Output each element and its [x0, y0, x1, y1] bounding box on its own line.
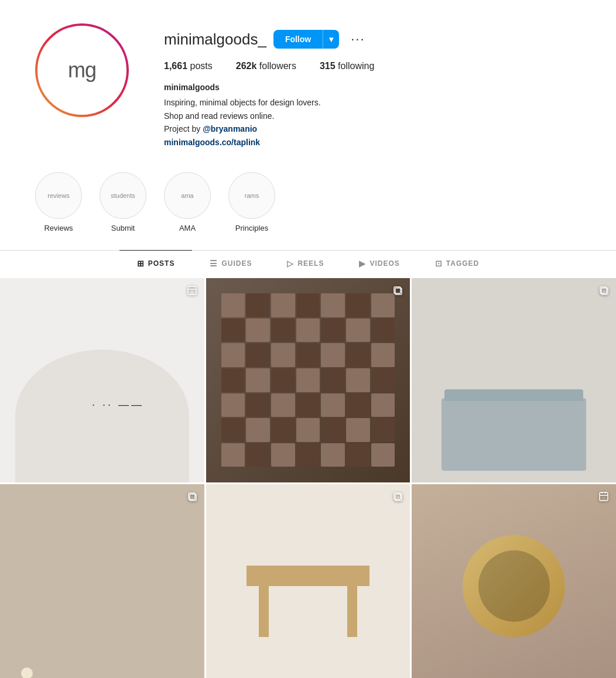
highlight-reviews[interactable]: reviews Reviews	[35, 172, 82, 232]
tab-icon-guides: ☰	[210, 259, 218, 268]
tab-videos[interactable]: ▶ VIDEOS	[341, 250, 417, 276]
post-badge-6	[597, 490, 610, 503]
tab-label-tagged: TAGGED	[446, 259, 479, 268]
tabs-section: ⊞ POSTS ☰ GUIDES ▷ REELS ▶ VIDEOS ⊡ TAGG…	[0, 250, 616, 276]
bio-line1: Inspiring, minimal objects for design lo…	[164, 96, 581, 109]
following-stat[interactable]: 315 following	[320, 61, 374, 71]
tab-label-posts: POSTS	[148, 259, 175, 268]
tab-label-guides: GUIDES	[221, 259, 252, 268]
followers-count: 262k	[236, 61, 257, 71]
bio-line2: Shop and read reviews online.	[164, 109, 581, 122]
follow-dropdown-button[interactable]: ▾	[323, 30, 339, 49]
svg-rect-9	[600, 492, 608, 501]
highlight-rams[interactable]: rams Principles	[228, 172, 275, 232]
tab-label-videos: VIDEOS	[369, 259, 399, 268]
bio-display-name: minimalgoods	[164, 81, 581, 94]
post-badge-2	[391, 284, 404, 297]
avatar: mg	[37, 26, 126, 115]
username-row: minimalgoods_ Follow ▾ ···	[164, 29, 581, 49]
post-item-1[interactable]: · ·· ——	[0, 278, 204, 482]
posts-count: 1,661	[164, 61, 187, 71]
highlight-circle-text-students: students	[111, 192, 135, 199]
tab-tagged[interactable]: ⊡ TAGGED	[417, 250, 497, 276]
highlight-circle-rams: rams	[228, 172, 275, 219]
tab-posts[interactable]: ⊞ POSTS	[119, 250, 193, 276]
highlight-ama[interactable]: ama AMA	[164, 172, 211, 232]
post-badge-5	[391, 490, 404, 503]
bio-mention[interactable]: @bryanmanio	[203, 124, 257, 133]
bio-line3: Project by @bryanmanio	[164, 122, 581, 135]
highlight-label-reviews: Reviews	[44, 224, 73, 232]
svg-rect-0	[188, 286, 196, 295]
followers-label: followers	[259, 61, 296, 71]
post-visual-2	[206, 278, 410, 482]
tab-reels[interactable]: ▷ REELS	[269, 250, 341, 276]
highlight-circle-ama: ama	[164, 172, 211, 219]
bio-link[interactable]: minimalgoods.co/taplink	[164, 138, 260, 147]
post-item-5[interactable]	[206, 484, 410, 678]
posts-grid: · ·· ——	[0, 278, 616, 678]
following-count: 315	[320, 61, 336, 71]
stats-row: 1,661 posts 262k followers 315 following	[164, 61, 581, 71]
tab-icon-posts: ⊞	[137, 259, 145, 268]
post-visual-3	[412, 278, 616, 482]
highlight-circle-text-rams: rams	[245, 192, 259, 199]
highlight-label-students: Submit	[111, 224, 135, 232]
follow-group: Follow ▾	[273, 30, 339, 49]
highlight-circle-text-ama: ama	[181, 192, 193, 199]
profile-info: minimalgoods_ Follow ▾ ··· 1,661 posts 2…	[164, 23, 581, 149]
highlight-circle-students: students	[100, 172, 146, 219]
profile-header: mg minimalgoods_ Follow ▾ ··· 1,661 post…	[0, 0, 616, 160]
tab-guides[interactable]: ☰ GUIDES	[192, 250, 269, 276]
post-item-6[interactable]	[412, 484, 616, 678]
post-item-3[interactable]	[412, 278, 616, 482]
highlight-label-ama: AMA	[179, 224, 196, 232]
highlight-circle-reviews: reviews	[35, 172, 82, 219]
posts-label: posts	[190, 61, 213, 71]
chevron-down-icon: ▾	[329, 35, 333, 44]
more-options-button[interactable]: ···	[346, 29, 369, 49]
follow-button[interactable]: Follow	[273, 30, 323, 49]
tab-icon-videos: ▶	[359, 259, 366, 268]
bio-section: minimalgoods Inspiring, minimal objects …	[164, 81, 581, 149]
following-label: following	[338, 61, 374, 71]
highlight-students[interactable]: students Submit	[100, 172, 146, 232]
bio-project-prefix: Project by	[164, 124, 203, 133]
post-item-2[interactable]	[206, 278, 410, 482]
avatar-ring: mg	[35, 23, 129, 117]
tab-icon-reels: ▷	[287, 259, 294, 268]
tab-label-reels: REELS	[297, 259, 324, 268]
post-visual-4	[0, 484, 204, 678]
post-badge-3	[597, 284, 610, 297]
highlight-label-rams: Principles	[235, 224, 268, 232]
posts-stat[interactable]: 1,661 posts	[164, 61, 213, 71]
tab-icon-tagged: ⊡	[435, 259, 443, 268]
post-badge-4	[186, 490, 199, 503]
highlights-section: reviews Reviews students Submit ama AMA …	[0, 160, 616, 250]
highlight-circle-text-reviews: reviews	[47, 192, 69, 199]
username: minimalgoods_	[164, 30, 266, 49]
followers-stat[interactable]: 262k followers	[236, 61, 296, 71]
post-visual-1: · ·· ——	[0, 278, 204, 482]
post-visual-5	[206, 484, 410, 678]
post-item-4[interactable]	[0, 484, 204, 678]
avatar-text: mg	[68, 58, 96, 83]
post-badge-1	[186, 284, 199, 297]
post-visual-6	[412, 484, 616, 678]
